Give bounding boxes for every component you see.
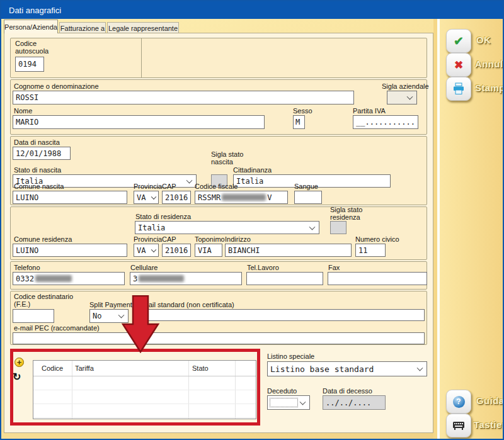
keyboard-icon	[452, 420, 466, 431]
codice-destinatario-input[interactable]	[13, 309, 54, 323]
partita-iva-value: __...........	[356, 118, 415, 127]
deceduto-label: Deceduto	[267, 387, 297, 395]
chevron-down-icon	[151, 194, 156, 199]
toponimo-value: VIA	[198, 246, 212, 255]
column-header-stato: Stato	[192, 364, 209, 372]
ok-button[interactable]: ✔	[446, 29, 471, 53]
fax-input[interactable]	[328, 272, 427, 285]
tel-lavoro-label: Tel.Lavoro	[247, 264, 279, 271]
nome-label: Nome	[14, 107, 32, 115]
cellulare-prefix: 3	[133, 274, 137, 283]
sangue-label: Sangue	[294, 183, 318, 190]
column-header-tariffa: Tariffa	[75, 364, 94, 372]
tab-fatturazione-a[interactable]: Fatturazione a	[59, 22, 106, 33]
refresh-glyph: ↻	[13, 371, 21, 382]
stato-residenza-combo[interactable]: Italia	[135, 221, 319, 234]
sigla-stato-residenza-field	[330, 221, 346, 234]
comune-nascita-label: Comune nascita	[14, 183, 64, 190]
sangue-input[interactable]	[294, 191, 322, 204]
deceduto-combo[interactable]	[267, 395, 310, 410]
numero-civico-input[interactable]: 11	[355, 244, 386, 257]
dati-anagrafici-window: Dati anagrafici Persona/Azienda Fatturaz…	[0, 0, 504, 440]
indirizzo-value: BIANCHI	[228, 246, 260, 255]
fax-label: Fax	[328, 264, 340, 271]
nome-input[interactable]: MARIO	[13, 115, 265, 129]
row-divider	[33, 390, 256, 390]
window-title: Dati anagrafici	[9, 6, 61, 15]
redacted-blur	[139, 275, 184, 282]
tastiera-button-label[interactable]: Tastiera	[474, 419, 504, 430]
cap-residenza-label: CAP	[162, 235, 176, 243]
tab-label: Legale rappresentante	[108, 25, 178, 32]
chevron-down-icon	[300, 398, 306, 405]
tastiera-button[interactable]	[446, 414, 471, 437]
row-divider	[33, 417, 256, 418]
guida-button[interactable]: ?	[446, 390, 471, 414]
codice-fiscale-input[interactable]: RSSMR V	[195, 191, 288, 204]
cap-nascita-input[interactable]: 21016	[162, 191, 191, 204]
chevron-down-icon	[417, 365, 423, 371]
column-header-codice: Codice	[42, 364, 63, 372]
section-codice-autoscuola	[10, 38, 427, 78]
annulla-button[interactable]: ✖	[446, 53, 471, 77]
codice-fiscale-prefix: RSSMR	[198, 193, 220, 202]
stampa-button-label[interactable]: Stampa	[475, 82, 504, 93]
add-icon[interactable]: +	[14, 358, 24, 367]
partita-iva-input[interactable]: __...........	[353, 115, 418, 129]
tel-lavoro-input[interactable]	[246, 272, 323, 285]
comune-residenza-input[interactable]: LUINO	[13, 244, 127, 257]
sigla-aziendale-label: Sigla aziendale	[382, 82, 429, 90]
indirizzo-label: Indirizzo	[225, 235, 251, 243]
sesso-input[interactable]: M	[293, 115, 305, 129]
indirizzo-input[interactable]: BIANCHI	[225, 244, 352, 257]
chevron-down-icon	[151, 247, 156, 252]
section-divider	[141, 38, 142, 78]
toponimo-input[interactable]: VIA	[195, 244, 222, 257]
sesso-label: Sesso	[293, 107, 312, 115]
comune-nascita-input[interactable]: LUINO	[13, 191, 127, 204]
cancel-icon: ✖	[454, 59, 463, 72]
email-standard-input[interactable]	[137, 309, 425, 321]
tab-label: Fatturazione a	[60, 25, 105, 32]
nome-value: MARIO	[16, 118, 38, 127]
provincia-residenza-label: Provincia	[134, 235, 162, 243]
data-nascita-input[interactable]: 12/01/1988	[13, 147, 71, 160]
partita-iva-label: Partita IVA	[353, 107, 386, 115]
listino-speciale-combo[interactable]: Listino base standard	[267, 361, 427, 376]
codice-fiscale-label: Codice fiscale	[195, 183, 238, 190]
tab-label: Persona/Azienda	[4, 23, 57, 31]
annulla-button-label[interactable]: Annulla	[475, 59, 504, 69]
provincia-residenza-combo[interactable]: VA	[134, 244, 159, 257]
refresh-icon[interactable]: ↻	[13, 371, 21, 383]
chevron-down-icon	[407, 94, 413, 100]
codice-autoscuola-value: 0194	[18, 60, 37, 69]
cognome-label: Cognome o denominazione	[14, 82, 99, 90]
stampa-button[interactable]	[446, 77, 471, 101]
tariffe-table[interactable]: Codice Tariffa Stato	[33, 360, 256, 419]
cognome-input[interactable]: ROSSI	[13, 91, 354, 104]
tab-persona-azienda[interactable]: Persona/Azienda	[4, 20, 58, 33]
numero-civico-label: Numero civico	[355, 235, 399, 243]
focus-marquee	[270, 398, 298, 407]
help-icon: ?	[453, 396, 465, 408]
codice-autoscuola-input[interactable]: 0194	[15, 57, 44, 72]
tab-legale-rappresentante[interactable]: Legale rappresentante	[107, 22, 179, 33]
data-decesso-field: ../../....	[323, 395, 386, 410]
guida-button-label[interactable]: Guida	[476, 395, 504, 406]
cittadinanza-value: Italia	[236, 177, 263, 186]
sesso-value: M	[295, 118, 300, 127]
provincia-nascita-value: VA	[137, 193, 146, 202]
cap-residenza-input[interactable]: 21016	[162, 244, 191, 257]
stato-residenza-label: Stato di residenza	[135, 213, 191, 220]
ok-button-label[interactable]: OK	[476, 35, 491, 45]
email-pec-input[interactable]	[13, 332, 425, 344]
cap-residenza-value: 21016	[165, 246, 188, 255]
comune-residenza-label: Comune residenza	[14, 235, 72, 243]
cap-nascita-label: CAP	[162, 183, 176, 190]
cellulare-input[interactable]: 3	[130, 272, 242, 285]
telefono-input[interactable]: 0332	[13, 272, 125, 285]
window-title-bar[interactable]: Dati anagrafici	[1, 1, 503, 19]
provincia-nascita-combo[interactable]: VA	[134, 191, 159, 204]
sigla-aziendale-combo[interactable]	[387, 91, 417, 104]
redacted-blur	[35, 275, 72, 282]
